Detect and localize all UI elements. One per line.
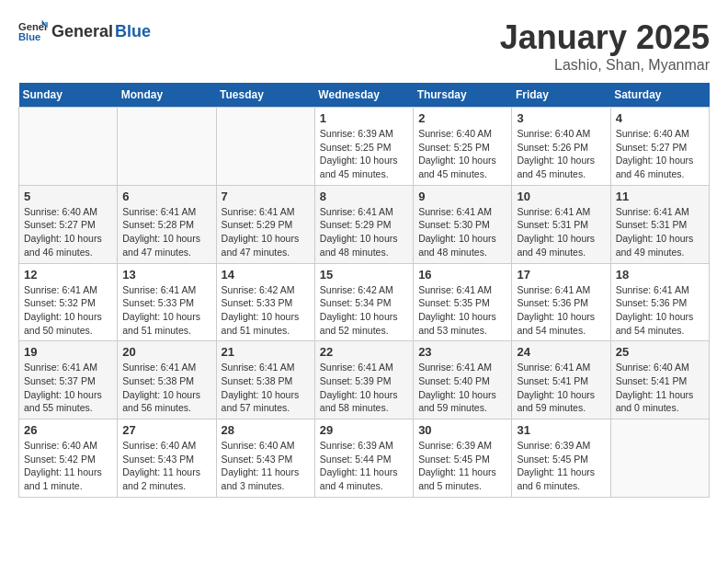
day-info: Sunrise: 6:41 AM Sunset: 5:30 PM Dayligh… — [418, 205, 506, 259]
calendar-cell: 9Sunrise: 6:41 AM Sunset: 5:30 PM Daylig… — [414, 185, 512, 263]
day-number: 5 — [24, 190, 112, 203]
day-info: Sunrise: 6:42 AM Sunset: 5:34 PM Dayligh… — [320, 283, 408, 338]
calendar-cell: 24Sunrise: 6:41 AM Sunset: 5:41 PM Dayli… — [512, 341, 610, 419]
logo-blue-text: Blue — [115, 22, 151, 41]
day-number: 15 — [320, 268, 408, 282]
day-number: 6 — [122, 190, 210, 203]
calendar-cell: 1Sunrise: 6:39 AM Sunset: 5:25 PM Daylig… — [314, 108, 413, 186]
weekday-header: Sunday — [19, 83, 118, 108]
calendar-week-row: 12Sunrise: 6:41 AM Sunset: 5:32 PM Dayli… — [19, 263, 710, 341]
day-number: 29 — [320, 423, 408, 437]
day-number: 23 — [418, 345, 506, 359]
calendar-table: SundayMondayTuesdayWednesdayThursdayFrid… — [18, 83, 710, 498]
calendar-cell: 11Sunrise: 6:41 AM Sunset: 5:31 PM Dayli… — [610, 185, 709, 263]
day-number: 27 — [122, 423, 210, 437]
day-number: 16 — [418, 268, 506, 282]
day-number: 24 — [517, 345, 605, 359]
calendar-cell: 30Sunrise: 6:39 AM Sunset: 5:45 PM Dayli… — [414, 419, 512, 498]
calendar-cell — [118, 108, 216, 186]
day-number: 22 — [320, 345, 408, 359]
calendar-title: January 2025 — [500, 18, 710, 57]
day-number: 3 — [517, 111, 605, 125]
calendar-header: SundayMondayTuesdayWednesdayThursdayFrid… — [19, 83, 710, 108]
day-info: Sunrise: 6:39 AM Sunset: 5:45 PM Dayligh… — [517, 439, 605, 493]
calendar-cell: 7Sunrise: 6:41 AM Sunset: 5:29 PM Daylig… — [216, 185, 314, 263]
day-info: Sunrise: 6:39 AM Sunset: 5:44 PM Dayligh… — [320, 439, 408, 493]
day-info: Sunrise: 6:41 AM Sunset: 5:40 PM Dayligh… — [418, 361, 506, 415]
calendar-cell: 26Sunrise: 6:40 AM Sunset: 5:42 PM Dayli… — [19, 419, 118, 498]
day-info: Sunrise: 6:39 AM Sunset: 5:45 PM Dayligh… — [418, 439, 506, 493]
calendar-cell: 31Sunrise: 6:39 AM Sunset: 5:45 PM Dayli… — [512, 419, 610, 498]
calendar-cell: 13Sunrise: 6:41 AM Sunset: 5:33 PM Dayli… — [118, 263, 216, 341]
day-info: Sunrise: 6:41 AM Sunset: 5:38 PM Dayligh… — [222, 361, 310, 415]
logo-icon: General Blue — [18, 18, 48, 44]
calendar-cell: 18Sunrise: 6:41 AM Sunset: 5:36 PM Dayli… — [610, 263, 709, 341]
day-info: Sunrise: 6:39 AM Sunset: 5:25 PM Dayligh… — [320, 127, 408, 181]
day-info: Sunrise: 6:42 AM Sunset: 5:33 PM Dayligh… — [222, 283, 310, 338]
day-number: 31 — [517, 423, 605, 437]
day-info: Sunrise: 6:41 AM Sunset: 5:36 PM Dayligh… — [517, 283, 605, 338]
calendar-cell: 15Sunrise: 6:42 AM Sunset: 5:34 PM Dayli… — [314, 263, 413, 341]
day-info: Sunrise: 6:41 AM Sunset: 5:37 PM Dayligh… — [24, 361, 112, 415]
logo: General Blue General Blue — [18, 18, 151, 44]
day-number: 14 — [222, 268, 310, 282]
header: General Blue General Blue January 2025 L… — [18, 18, 710, 74]
day-info: Sunrise: 6:40 AM Sunset: 5:43 PM Dayligh… — [222, 439, 310, 493]
calendar-cell: 19Sunrise: 6:41 AM Sunset: 5:37 PM Dayli… — [19, 341, 118, 419]
weekday-header: Saturday — [610, 83, 709, 108]
calendar-cell: 28Sunrise: 6:40 AM Sunset: 5:43 PM Dayli… — [216, 419, 314, 498]
day-number: 7 — [222, 190, 310, 203]
calendar-cell: 23Sunrise: 6:41 AM Sunset: 5:40 PM Dayli… — [414, 341, 512, 419]
day-info: Sunrise: 6:40 AM Sunset: 5:25 PM Dayligh… — [418, 127, 506, 181]
day-number: 2 — [418, 111, 506, 125]
day-number: 8 — [320, 190, 408, 203]
day-number: 10 — [517, 190, 605, 203]
calendar-cell: 29Sunrise: 6:39 AM Sunset: 5:44 PM Dayli… — [314, 419, 413, 498]
title-area: January 2025 Lashio, Shan, Myanmar — [500, 18, 710, 74]
day-info: Sunrise: 6:41 AM Sunset: 5:29 PM Dayligh… — [222, 205, 310, 259]
calendar-cell: 6Sunrise: 6:41 AM Sunset: 5:28 PM Daylig… — [118, 185, 216, 263]
calendar-cell: 21Sunrise: 6:41 AM Sunset: 5:38 PM Dayli… — [216, 341, 314, 419]
calendar-subtitle: Lashio, Shan, Myanmar — [500, 57, 710, 74]
day-number: 12 — [24, 268, 112, 282]
calendar-week-row: 26Sunrise: 6:40 AM Sunset: 5:42 PM Dayli… — [19, 419, 710, 498]
day-number: 19 — [24, 345, 112, 359]
calendar-cell: 22Sunrise: 6:41 AM Sunset: 5:39 PM Dayli… — [314, 341, 413, 419]
day-info: Sunrise: 6:40 AM Sunset: 5:41 PM Dayligh… — [616, 361, 704, 415]
calendar-week-row: 19Sunrise: 6:41 AM Sunset: 5:37 PM Dayli… — [19, 341, 710, 419]
day-info: Sunrise: 6:41 AM Sunset: 5:28 PM Dayligh… — [122, 205, 210, 259]
calendar-cell: 2Sunrise: 6:40 AM Sunset: 5:25 PM Daylig… — [414, 108, 512, 186]
day-number: 20 — [122, 345, 210, 359]
calendar-cell: 14Sunrise: 6:42 AM Sunset: 5:33 PM Dayli… — [216, 263, 314, 341]
day-number: 28 — [222, 423, 310, 437]
calendar-cell: 4Sunrise: 6:40 AM Sunset: 5:27 PM Daylig… — [610, 108, 709, 186]
day-info: Sunrise: 6:40 AM Sunset: 5:26 PM Dayligh… — [517, 127, 605, 181]
weekday-header: Monday — [118, 83, 216, 108]
day-info: Sunrise: 6:41 AM Sunset: 5:35 PM Dayligh… — [418, 283, 506, 338]
calendar-cell: 20Sunrise: 6:41 AM Sunset: 5:38 PM Dayli… — [118, 341, 216, 419]
calendar-cell: 17Sunrise: 6:41 AM Sunset: 5:36 PM Dayli… — [512, 263, 610, 341]
day-number: 9 — [418, 190, 506, 203]
day-info: Sunrise: 6:41 AM Sunset: 5:29 PM Dayligh… — [320, 205, 408, 259]
calendar-week-row: 1Sunrise: 6:39 AM Sunset: 5:25 PM Daylig… — [19, 108, 710, 186]
day-number: 30 — [418, 423, 506, 437]
day-info: Sunrise: 6:41 AM Sunset: 5:39 PM Dayligh… — [320, 361, 408, 415]
weekday-header: Tuesday — [216, 83, 314, 108]
day-number: 17 — [517, 268, 605, 282]
calendar-cell: 10Sunrise: 6:41 AM Sunset: 5:31 PM Dayli… — [512, 185, 610, 263]
day-info: Sunrise: 6:41 AM Sunset: 5:31 PM Dayligh… — [616, 205, 704, 259]
calendar-cell: 3Sunrise: 6:40 AM Sunset: 5:26 PM Daylig… — [512, 108, 610, 186]
calendar-body: 1Sunrise: 6:39 AM Sunset: 5:25 PM Daylig… — [19, 108, 710, 498]
day-number: 21 — [222, 345, 310, 359]
day-info: Sunrise: 6:41 AM Sunset: 5:38 PM Dayligh… — [122, 361, 210, 415]
svg-text:Blue: Blue — [18, 31, 40, 42]
weekday-header: Friday — [512, 83, 610, 108]
calendar-cell: 5Sunrise: 6:40 AM Sunset: 5:27 PM Daylig… — [19, 185, 118, 263]
weekday-header: Wednesday — [314, 83, 413, 108]
day-number: 1 — [320, 111, 408, 125]
day-info: Sunrise: 6:41 AM Sunset: 5:41 PM Dayligh… — [517, 361, 605, 415]
weekday-row: SundayMondayTuesdayWednesdayThursdayFrid… — [19, 83, 710, 108]
calendar-cell: 27Sunrise: 6:40 AM Sunset: 5:43 PM Dayli… — [118, 419, 216, 498]
day-number: 4 — [616, 111, 704, 125]
day-info: Sunrise: 6:40 AM Sunset: 5:42 PM Dayligh… — [24, 439, 112, 493]
